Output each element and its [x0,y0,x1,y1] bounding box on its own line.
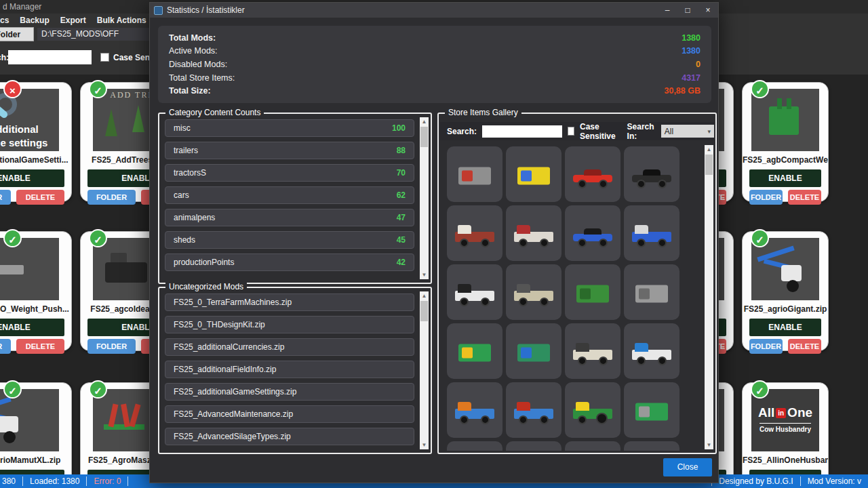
close-window-button[interactable]: × [698,3,718,18]
menu-item-cs[interactable]: cs [0,16,9,25]
gallery-case-sensitive-checkbox[interactable] [568,127,574,136]
delete-button[interactable]: DELETE [16,190,64,205]
enable-button[interactable]: ENABLE [749,319,821,336]
scroll-up-icon[interactable]: ▲ [705,145,713,154]
gallery-item-tile[interactable] [624,205,679,261]
list-item[interactable]: FS25_0_THDesignKit.zip [165,316,414,333]
gallery-grid [443,144,698,451]
gallery-item-tile[interactable] [447,205,502,261]
category-name: cars [174,190,189,200]
statistics-dialog: Statistics / İstatistikler – □ × Total M… [149,2,719,483]
implement-thumbnail [635,403,668,421]
uncategorized-scrollbar[interactable]: ▲ ▼ [420,291,429,449]
mod-filename: FS25_0_THDesignKit.zip [174,320,265,329]
gallery-case-sensitive-label: Case Sensitive [580,122,622,141]
gallery-item-tile[interactable] [447,146,502,202]
category-scrollbar[interactable]: ▲ ▼ [420,117,429,279]
menu-item-bulk-actions[interactable]: Bulk Actions [97,16,146,25]
scrollbar-thumb[interactable] [420,301,428,321]
enable-button[interactable]: ENABLE [749,169,821,187]
delete-button[interactable]: DELETE [788,339,821,354]
vehicle-thumbnail [514,223,553,247]
stat-value: 1380 [682,33,701,43]
gallery-item-tile[interactable] [624,323,679,379]
select-folder-button[interactable]: Select Folder [0,27,34,41]
close-button[interactable]: Close [663,458,712,476]
folder-button[interactable]: FOLDER [749,339,783,354]
list-item[interactable]: productionPoints42 [165,253,414,271]
gallery-item-tile[interactable] [565,205,620,261]
menu-item-backup[interactable]: Backup [20,16,49,25]
folder-button[interactable]: FOLDER [749,190,783,205]
gallery-item-tile[interactable] [506,205,561,261]
gallery-scrollbar[interactable]: ▲ ▼ [705,145,713,449]
vehicle-thumbnail [514,282,553,306]
gallery-item-tile[interactable] [447,264,502,320]
gallery-item-tile[interactable] [447,441,502,451]
gallery-item-tile[interactable] [624,264,679,320]
list-item[interactable]: FS25_additionalFieldInfo.zip [165,361,414,378]
mod-filename: FS25_AdvancedMaintenance.zip [174,409,293,419]
stat-row: Total Mods:1380 [169,33,701,43]
scroll-down-icon[interactable]: ▼ [705,441,713,449]
list-item[interactable]: trailers88 [165,142,414,159]
gallery-item-tile[interactable] [565,264,620,320]
gallery-item-tile[interactable] [506,441,561,451]
scroll-up-icon[interactable]: ▲ [420,117,429,126]
scrollbar-thumb[interactable] [705,155,713,175]
gallery-search-label: Search: [447,127,477,136]
scroll-down-icon[interactable]: ▼ [420,270,429,279]
enable-button[interactable]: ENABLE [0,319,64,336]
folder-button[interactable]: FOLDER [0,190,11,205]
menu-item-export[interactable]: Export [60,16,86,25]
uncategorized-mods-group: Uncategorized Mods FS25_0_TerraFarmMachi… [158,287,432,454]
minimize-button[interactable]: – [657,3,677,18]
folder-path-field[interactable]: D:\FS25_MODS\OFF [37,28,153,41]
gallery-item-tile[interactable] [506,382,561,438]
list-item[interactable]: FS25_AdvancedMaintenance.zip [165,405,414,423]
enable-button[interactable]: ENABLE [0,169,64,187]
gallery-item-tile[interactable] [506,323,561,379]
gallery-item-tile[interactable] [624,146,679,202]
folder-button[interactable]: FOLDER [87,190,136,205]
gallery-item-tile[interactable] [565,323,620,379]
gallery-item-tile[interactable] [447,382,502,438]
list-item[interactable]: FS25_0_TerraFarmMachines.zip [165,293,414,311]
category-name: misc [174,123,191,133]
gallery-item-tile[interactable] [565,382,620,438]
delete-button[interactable]: DELETE [16,339,64,354]
category-name: tractorsS [174,168,206,178]
gallery-item-tile[interactable] [624,441,679,451]
scroll-up-icon[interactable]: ▲ [420,291,429,300]
list-item[interactable]: cars62 [165,186,414,204]
enabled-check-icon: ✓ [89,380,107,399]
gallery-item-tile[interactable] [565,441,620,451]
gallery-search-input[interactable] [482,125,562,138]
gallery-item-tile[interactable] [506,264,561,320]
category-count: 70 [397,168,406,178]
list-item[interactable]: FS25_AdvancedSilageTypes.zip [165,428,414,445]
gallery-item-tile[interactable] [624,382,679,438]
list-item[interactable]: sheds45 [165,231,414,249]
vehicle-thumbnail [455,400,494,424]
gallery-item-tile[interactable] [565,146,620,202]
delete-button[interactable]: DELETE [788,190,821,205]
list-item[interactable]: tractorsS70 [165,164,414,182]
mod-card: ✓FS25_agrioMamutXL.zipENABLEFOLDERDELETE [0,382,72,488]
gallery-item-tile[interactable] [506,146,561,202]
scroll-down-icon[interactable]: ▼ [420,441,429,449]
maximize-button[interactable]: □ [677,3,698,18]
list-item[interactable]: FS25_additionalCurrencies.zip [165,338,414,356]
search-input[interactable] [8,50,92,64]
case-sensitive-checkbox[interactable] [100,53,109,62]
list-item[interactable]: misc100 [165,119,414,137]
folder-button[interactable]: FOLDER [0,339,11,354]
list-item[interactable]: FS25_additionalGameSettings.zip [165,383,414,401]
gallery-item-tile[interactable] [447,323,502,379]
search-in-dropdown[interactable]: All ▾ [661,125,714,138]
mod-filename: FS25_AllinOneHusbandry.... [743,455,828,468]
folder-button[interactable]: FOLDER [87,339,136,354]
list-item[interactable]: animalpens47 [165,209,414,226]
scrollbar-thumb[interactable] [420,127,428,147]
enabled-check-icon: ✓ [89,80,107,98]
